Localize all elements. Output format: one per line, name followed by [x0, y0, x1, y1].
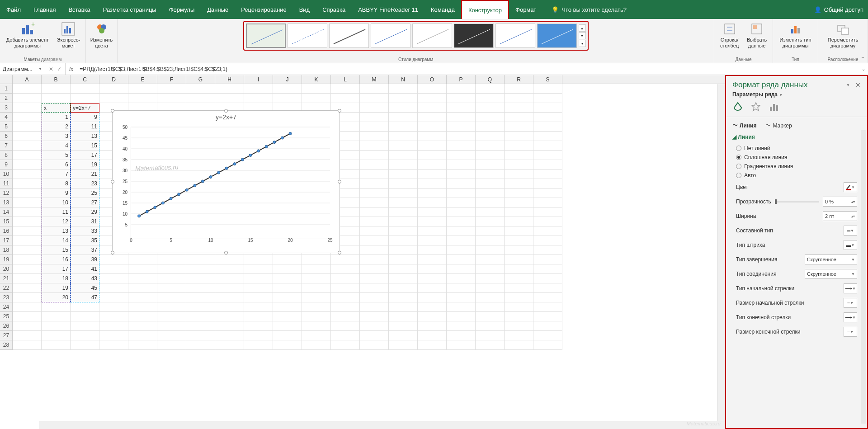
cell[interactable]: [13, 331, 42, 340]
cell[interactable]: [42, 94, 71, 103]
pane-subtitle[interactable]: Параметры ряда: [732, 91, 778, 98]
cell[interactable]: [505, 160, 533, 170]
cell[interactable]: [505, 113, 533, 122]
cell[interactable]: [418, 141, 447, 151]
cell[interactable]: [13, 274, 42, 283]
cell[interactable]: [71, 302, 99, 312]
cell[interactable]: [476, 160, 505, 170]
cell[interactable]: [418, 132, 447, 141]
cell[interactable]: 14: [42, 236, 71, 245]
cell[interactable]: [505, 340, 533, 350]
color-picker[interactable]: ▼: [844, 182, 857, 192]
cell[interactable]: [186, 255, 215, 264]
cell[interactable]: [447, 236, 476, 245]
cell[interactable]: [447, 94, 476, 103]
cell[interactable]: [331, 84, 360, 94]
cell[interactable]: [99, 274, 128, 283]
cell[interactable]: 11: [42, 207, 71, 217]
cell[interactable]: [505, 122, 533, 132]
col-header-G[interactable]: G: [186, 75, 215, 84]
cell[interactable]: [389, 217, 418, 226]
cell[interactable]: [157, 302, 186, 312]
cell[interactable]: 19: [71, 160, 99, 170]
cell[interactable]: [157, 293, 186, 302]
cell[interactable]: [533, 274, 562, 283]
cell[interactable]: 27: [71, 198, 99, 207]
pane-options-button[interactable]: ▼: [846, 83, 850, 87]
tab-home[interactable]: Главная: [27, 0, 62, 19]
cell[interactable]: [476, 255, 505, 264]
cell[interactable]: [533, 302, 562, 312]
cell[interactable]: [13, 189, 42, 198]
cell[interactable]: [418, 302, 447, 312]
cell[interactable]: [533, 283, 562, 293]
tab-review[interactable]: Рецензирование: [235, 0, 292, 19]
cell[interactable]: [71, 312, 99, 321]
chart-handle-ne[interactable]: [338, 109, 341, 113]
cell[interactable]: [273, 302, 302, 312]
cell[interactable]: [476, 340, 505, 350]
cell[interactable]: [360, 198, 389, 207]
cell[interactable]: [71, 331, 99, 340]
cell[interactable]: [13, 198, 42, 207]
cell[interactable]: [273, 94, 302, 103]
cell[interactable]: [360, 331, 389, 340]
cell[interactable]: [360, 226, 389, 236]
cell[interactable]: [302, 312, 331, 321]
cell[interactable]: [505, 312, 533, 321]
cell[interactable]: 9: [42, 189, 71, 198]
cell[interactable]: [99, 321, 128, 331]
cell[interactable]: 5: [42, 151, 71, 160]
cell[interactable]: [505, 255, 533, 264]
cell[interactable]: [128, 340, 157, 350]
cell[interactable]: [215, 283, 244, 293]
cell[interactable]: [215, 321, 244, 331]
cell[interactable]: [331, 94, 360, 103]
cell[interactable]: x: [42, 103, 71, 113]
cell[interactable]: [302, 340, 331, 350]
row-header[interactable]: 25: [0, 312, 13, 321]
cell[interactable]: [331, 255, 360, 264]
gallery-down-button[interactable]: ▼: [579, 32, 586, 39]
cell[interactable]: [533, 198, 562, 207]
spreadsheet-grid[interactable]: ABCDEFGHIJKLMNOPQRS 123xy=2x+74195211631…: [0, 75, 725, 429]
line-tab[interactable]: 〜Линия: [732, 122, 756, 129]
cell[interactable]: 37: [71, 245, 99, 255]
cell[interactable]: [302, 331, 331, 340]
tab-format[interactable]: Формат: [509, 0, 542, 19]
cell[interactable]: 33: [71, 226, 99, 236]
tab-insert[interactable]: Вставка: [62, 0, 96, 19]
cell[interactable]: [331, 321, 360, 331]
col-header-J[interactable]: J: [273, 75, 302, 84]
cell[interactable]: [533, 151, 562, 160]
gallery-more-button[interactable]: ▾: [579, 40, 586, 47]
tab-file[interactable]: Файл: [0, 0, 27, 19]
cell[interactable]: [476, 179, 505, 189]
cell[interactable]: [476, 189, 505, 198]
cell[interactable]: 20: [42, 293, 71, 302]
cell[interactable]: [418, 321, 447, 331]
cell[interactable]: [389, 321, 418, 331]
cell[interactable]: [157, 321, 186, 331]
cell[interactable]: [505, 245, 533, 255]
cell[interactable]: [533, 84, 562, 94]
cell[interactable]: [447, 151, 476, 160]
cell[interactable]: [215, 94, 244, 103]
chart-handle-sw[interactable]: [111, 251, 114, 255]
expand-formula-button[interactable]: ⌄: [859, 66, 868, 71]
cell[interactable]: [505, 151, 533, 160]
cell[interactable]: [13, 283, 42, 293]
cell[interactable]: [302, 264, 331, 274]
compound-type-picker[interactable]: ═▼: [844, 226, 857, 236]
cell[interactable]: [476, 331, 505, 340]
cell[interactable]: [505, 283, 533, 293]
cell[interactable]: [418, 236, 447, 245]
cell[interactable]: [215, 84, 244, 94]
col-header-M[interactable]: M: [360, 75, 389, 84]
cell[interactable]: [128, 255, 157, 264]
chart-title[interactable]: y=2x+7: [113, 111, 340, 123]
cell[interactable]: [447, 189, 476, 198]
cell[interactable]: [418, 312, 447, 321]
cell[interactable]: [99, 94, 128, 103]
arrow-end-type-picker[interactable]: ⟶▼: [844, 312, 857, 322]
